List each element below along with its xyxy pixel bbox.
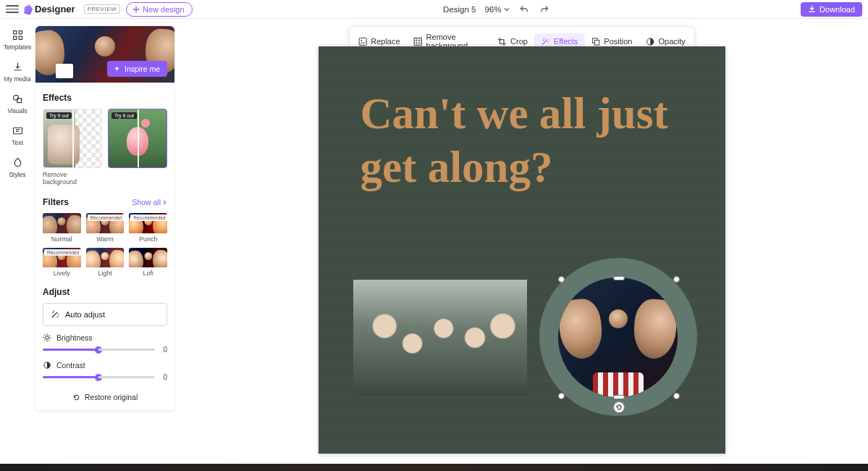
filter-label: Lofi [143, 270, 153, 277]
stage: Replace Remove background Crop Effects P… [175, 19, 868, 464]
filter-label: Lively [54, 270, 70, 277]
rail-label: Styles [9, 171, 25, 178]
undo-button[interactable] [518, 4, 530, 15]
brightness-icon [43, 333, 51, 342]
effects-icon [541, 37, 550, 46]
templates-icon [12, 29, 24, 41]
left-rail: Templates My media Visuals Text Styles [0, 19, 35, 464]
show-all-label: Show all [132, 198, 161, 207]
contrast-label: Contrast [56, 361, 85, 370]
filter-label: Light [98, 270, 112, 277]
text-icon [12, 125, 24, 137]
svg-rect-6 [13, 128, 22, 134]
filter-label: Normal [51, 236, 72, 243]
inspire-me-button[interactable]: Inspire me [107, 61, 167, 77]
show-all-filters[interactable]: Show all [132, 198, 167, 207]
effects-title: Effects [43, 93, 167, 103]
filter-label: Warm [96, 236, 114, 243]
top-bar: Designer PREVIEW New design Design 5 96%… [0, 0, 868, 19]
tryit-badge: Try it out [46, 112, 72, 119]
rail-mymedia[interactable]: My media [4, 61, 31, 83]
filter-warm[interactable]: Recommended Warm [86, 213, 125, 243]
wand-icon [51, 310, 59, 319]
visuals-icon [12, 93, 24, 105]
svg-rect-11 [414, 38, 421, 45]
restore-label: Restore original [85, 393, 138, 401]
effect-label: Remove background [43, 171, 102, 186]
brightness-slider[interactable]: Brightness 0 [43, 333, 167, 354]
rail-label: My media [4, 75, 31, 83]
svg-rect-2 [13, 36, 16, 39]
svg-point-4 [13, 95, 18, 100]
panel-hero-image: Inspire me [35, 26, 174, 83]
download-icon [808, 5, 816, 13]
ctx-label: Crop [510, 37, 528, 46]
rail-templates[interactable]: Templates [4, 29, 32, 51]
tryit-badge: Try it out [111, 112, 137, 119]
rail-text[interactable]: Text [12, 125, 24, 146]
rail-visuals[interactable]: Visuals [7, 93, 27, 114]
effect-remove-background[interactable]: Try it out Remove background [43, 109, 102, 186]
side-panel: Inspire me Effects Try it out Remove bac… [35, 19, 175, 464]
crop-icon [497, 37, 507, 46]
replace-icon [358, 37, 367, 46]
styles-icon [12, 157, 24, 169]
opacity-icon [645, 37, 654, 46]
filter-punch[interactable]: Recommended Punch [129, 213, 167, 243]
filter-lofi[interactable]: Lofi [129, 248, 167, 278]
filter-light[interactable]: Light [86, 248, 125, 278]
canvas-image-crowd[interactable] [353, 280, 527, 396]
svg-rect-0 [13, 31, 16, 34]
brightness-value: 0 [160, 346, 167, 354]
filter-normal[interactable]: Normal [43, 213, 81, 243]
logo-icon [22, 3, 35, 15]
recommended-badge: Recommended [130, 214, 167, 221]
contrast-value: 0 [160, 373, 167, 381]
svg-rect-3 [19, 36, 22, 39]
download-button[interactable]: Download [801, 2, 862, 17]
redo-button[interactable] [539, 4, 550, 15]
ctx-label: Replace [371, 37, 400, 46]
ctx-label: Opacity [658, 37, 685, 46]
svg-rect-13 [594, 40, 599, 45]
ctx-label: Position [604, 37, 632, 46]
adjust-title: Adjust [43, 287, 167, 297]
new-design-button[interactable]: New design [126, 2, 192, 17]
topbar-center: Design 5 96% [193, 4, 801, 15]
rail-styles[interactable]: Styles [9, 157, 25, 178]
auto-adjust-button[interactable]: Auto adjust [43, 303, 167, 326]
canvas-image-circle[interactable] [539, 258, 697, 416]
rail-label: Text [12, 139, 23, 146]
auto-adjust-label: Auto adjust [65, 310, 105, 319]
headline-text[interactable]: Can't we all just get along? [361, 87, 704, 195]
plus-icon [132, 6, 140, 13]
filter-label: Punch [139, 236, 158, 243]
chevron-right-icon [162, 200, 167, 205]
effect-blur-background[interactable]: Try it out Blur background [108, 109, 167, 186]
rail-label: Visuals [7, 107, 27, 114]
svg-point-10 [361, 39, 362, 41]
svg-point-7 [46, 336, 49, 339]
inspire-label: Inspire me [125, 64, 160, 73]
brightness-label: Brightness [56, 333, 93, 342]
recommended-badge: Recommended [44, 249, 81, 256]
menu-button[interactable] [6, 3, 19, 16]
contrast-slider[interactable]: Contrast 0 [43, 361, 167, 381]
design-canvas[interactable]: Can't we all just get along? [319, 46, 725, 454]
preview-badge: PREVIEW [84, 4, 120, 14]
app-name: Designer [35, 4, 75, 14]
zoom-value: 96% [484, 5, 501, 14]
download-label: Download [819, 5, 855, 14]
svg-rect-1 [19, 31, 22, 34]
ctx-label: Effects [554, 37, 578, 46]
rail-label: Templates [4, 43, 32, 51]
app-logo[interactable]: Designer [23, 4, 75, 14]
restore-icon [72, 393, 80, 401]
contrast-icon [43, 361, 51, 370]
document-title[interactable]: Design 5 [443, 5, 476, 14]
new-design-label: New design [143, 5, 184, 14]
filter-lively[interactable]: Recommended Lively [43, 248, 81, 278]
resize-handle[interactable] [673, 393, 680, 399]
restore-original-button[interactable]: Restore original [43, 393, 167, 401]
zoom-control[interactable]: 96% [484, 5, 509, 14]
